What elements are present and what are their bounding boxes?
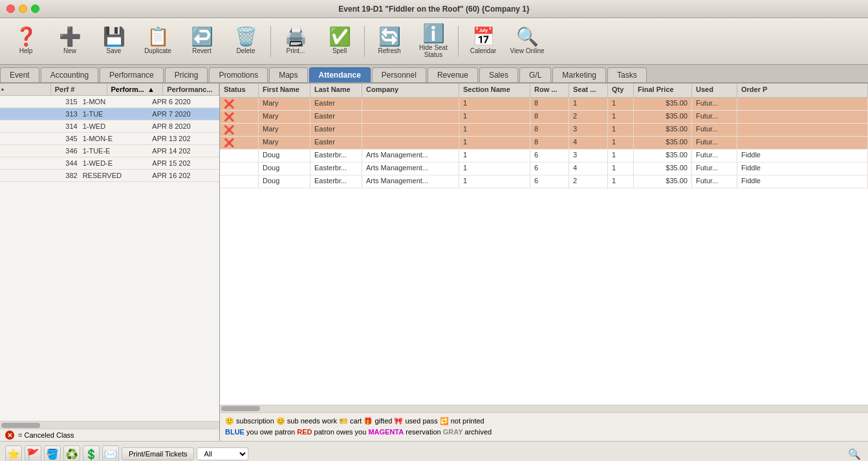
- tab-event[interactable]: Event: [0, 67, 39, 82]
- recycle-icon-button[interactable]: ♻️: [63, 445, 80, 461]
- minimize-button[interactable]: [19, 5, 27, 13]
- status-cell: [220, 163, 259, 175]
- hide-seat-button[interactable]: ℹ️ Hide Seat Status: [413, 21, 454, 62]
- table-row[interactable]: ❌ Mary Easter 1 8 3 1 $35.00 Futur...: [220, 124, 868, 137]
- first-name-cell: Mary: [259, 98, 310, 110]
- refresh-button[interactable]: 🔄 Refresh: [369, 21, 410, 62]
- tab-sales[interactable]: Sales: [479, 67, 518, 82]
- bucket-icon-button[interactable]: 🪣: [44, 445, 61, 461]
- col-header-performance-date[interactable]: Performanc...: [163, 84, 219, 95]
- email-icon-button[interactable]: ✉️: [102, 445, 119, 461]
- left-scroll-area[interactable]: [0, 421, 219, 429]
- col-header-last-name[interactable]: Last Name: [310, 84, 362, 97]
- dot-cell: [0, 170, 10, 181]
- perform-cell: 1-MON-E: [80, 133, 150, 144]
- col-header-row[interactable]: Row ...: [530, 84, 569, 97]
- maximize-button[interactable]: [31, 5, 39, 13]
- status-cell: [220, 150, 259, 162]
- print-email-tickets-button[interactable]: Print/Email Tickets: [122, 447, 194, 460]
- col-header-section[interactable]: Section Name: [459, 84, 530, 97]
- tab-marketing[interactable]: Marketing: [552, 67, 606, 82]
- spell-button[interactable]: ✅ Spell: [319, 21, 360, 62]
- used-cell: Futur...: [692, 150, 737, 162]
- tab-performance[interactable]: Performance: [100, 67, 164, 82]
- tab-personnel[interactable]: Personnel: [372, 67, 426, 82]
- used-cell: Futur...: [692, 98, 737, 110]
- duplicate-button[interactable]: 📋 Duplicate: [137, 21, 179, 62]
- calendar-button[interactable]: 📅 Calendar: [462, 21, 504, 62]
- col-header-seat[interactable]: Seat ...: [569, 84, 608, 97]
- tab-accounting[interactable]: Accounting: [41, 67, 98, 82]
- col-header-used[interactable]: Used: [692, 84, 737, 97]
- view-online-button[interactable]: 🔍 View Online: [506, 21, 548, 62]
- tab-gl[interactable]: G/L: [519, 67, 551, 82]
- left-panel-header: • Perf # Perform... ▲ Performanc...: [0, 84, 219, 96]
- dollar-icon-button[interactable]: 💲: [83, 445, 100, 461]
- tab-tasks[interactable]: Tasks: [607, 67, 647, 82]
- col-header-dot[interactable]: •: [0, 84, 51, 95]
- col-header-order-p[interactable]: Order P: [737, 84, 868, 97]
- new-button[interactable]: ➕ New: [49, 21, 91, 62]
- print-icon: 🖨️: [285, 28, 307, 46]
- table-row[interactable]: Doug Easterbr... Arts Management... 1 6 …: [220, 163, 868, 175]
- col-header-status[interactable]: Status: [220, 84, 259, 97]
- row-cell: 8: [530, 111, 569, 123]
- list-item[interactable]: 314 1-WED APR 8 2020: [0, 120, 219, 133]
- col-header-company[interactable]: Company: [362, 84, 459, 97]
- section-cell: 1: [459, 150, 530, 162]
- right-scroll-thumb[interactable]: [221, 406, 260, 411]
- table-row[interactable]: ❌ Mary Easter 1 8 1 1 $35.00 Futur...: [220, 98, 868, 111]
- print-button[interactable]: 🖨️ Print...: [275, 21, 316, 62]
- table-row[interactable]: Doug Easterbr... Arts Management... 1 6 …: [220, 175, 868, 188]
- used-cell: Futur...: [692, 111, 737, 123]
- star-icon-button[interactable]: ⭐: [5, 445, 22, 461]
- list-item[interactable]: 313 1-TUE APR 7 2020: [0, 108, 219, 120]
- used-cell: Futur...: [692, 163, 737, 175]
- list-item[interactable]: 315 1-MON APR 6 2020: [0, 96, 219, 108]
- flag-icon-button[interactable]: 🚩: [25, 445, 41, 461]
- last-name-cell: Easter: [310, 124, 362, 136]
- delete-button[interactable]: 🗑️ Delete: [225, 21, 266, 62]
- cancel-status-icon: ❌: [224, 112, 234, 122]
- help-button[interactable]: ❓ Help: [5, 21, 47, 62]
- legend-red-label: RED: [297, 428, 312, 436]
- left-scroll-thumb[interactable]: [1, 423, 40, 428]
- list-item[interactable]: 346 1-TUE-E APR 14 202: [0, 145, 219, 157]
- dot-cell: [0, 109, 10, 119]
- tab-pricing[interactable]: Pricing: [165, 67, 208, 82]
- col-header-perform[interactable]: Perform... ▲: [107, 84, 164, 95]
- list-item[interactable]: 344 1-WED-E APR 15 202: [0, 157, 219, 170]
- status-cell: ❌: [220, 137, 259, 149]
- price-cell: $35.00: [634, 137, 692, 149]
- price-cell: $35.00: [634, 124, 692, 136]
- tab-promotions[interactable]: Promotions: [209, 67, 268, 82]
- col-header-qty[interactable]: Qty: [608, 84, 634, 97]
- qty-cell: 1: [608, 163, 634, 175]
- order-cell: Fiddle: [737, 175, 868, 188]
- row-cell: 6: [530, 150, 569, 162]
- col-header-final-price[interactable]: Final Price: [634, 84, 692, 97]
- date-cell: APR 13 202: [149, 133, 219, 144]
- tab-maps[interactable]: Maps: [269, 67, 307, 82]
- list-item[interactable]: 382 RESERVED APR 16 202: [0, 170, 219, 182]
- right-scroll-area[interactable]: [220, 405, 868, 412]
- revert-button[interactable]: ↩️ Revert: [181, 21, 222, 62]
- table-row[interactable]: ❌ Mary Easter 1 8 4 1 $35.00 Futur...: [220, 137, 868, 150]
- legend-line1: 🙂 subscription 😊 sub needs work 🎫 cart 🎁…: [225, 416, 863, 427]
- tab-revenue[interactable]: Revenue: [428, 67, 478, 82]
- perf-num-cell: 346: [10, 146, 80, 156]
- save-button[interactable]: 💾 Save: [93, 21, 135, 62]
- col-header-first-name[interactable]: First Name: [259, 84, 310, 97]
- table-row[interactable]: Doug Easterbr... Arts Management... 1 6 …: [220, 150, 868, 163]
- search-button[interactable]: 🔍: [846, 445, 863, 461]
- first-name-cell: Doug: [259, 175, 310, 188]
- list-item[interactable]: 345 1-MON-E APR 13 202: [0, 133, 219, 145]
- close-button[interactable]: [6, 5, 15, 13]
- all-dropdown[interactable]: All Selected None: [197, 447, 248, 460]
- seat-cell: 2: [569, 111, 608, 123]
- col-header-perf-num[interactable]: Perf #: [51, 84, 107, 95]
- tab-attendance[interactable]: Attendance: [309, 67, 371, 82]
- perf-num-cell: 345: [10, 133, 80, 144]
- table-row[interactable]: ❌ Mary Easter 1 8 2 1 $35.00 Futur...: [220, 111, 868, 124]
- legend-gray-text: archived: [465, 428, 492, 436]
